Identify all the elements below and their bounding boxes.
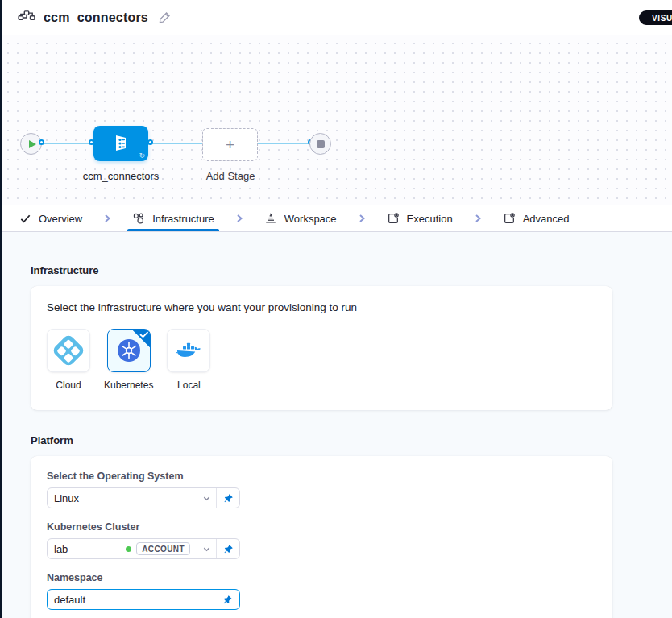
docker-icon [176, 340, 201, 361]
chevron-right-icon [357, 205, 367, 231]
connector-dot [89, 139, 94, 145]
infra-option-kubernetes[interactable]: Kubernetes [104, 329, 153, 391]
os-select[interactable]: Linux [47, 487, 240, 508]
infrastructure-options: Cloud [47, 329, 596, 391]
tab-label: Execution [407, 213, 453, 225]
namespace-fixed-value-pin-button[interactable] [216, 590, 239, 609]
chevron-right-icon [234, 205, 244, 231]
local-option-box[interactable] [167, 329, 210, 372]
visual-yaml-toggle[interactable]: VISUAL [639, 10, 672, 25]
selected-check-icon [132, 330, 150, 347]
check-icon [19, 213, 31, 225]
stage-name-label: ccm_connectors [73, 170, 169, 182]
connector-dot [39, 139, 44, 145]
pipeline-canvas[interactable]: ↻ + ccm_connectors Add Stage [0, 35, 672, 205]
tab-label: Workspace [284, 213, 337, 225]
infra-option-local[interactable]: Local [167, 329, 210, 391]
pin-icon [222, 595, 233, 605]
add-stage-button[interactable]: + [202, 128, 258, 161]
infrastructure-section-heading: Infrastructure [31, 264, 672, 276]
infra-option-cloud[interactable]: Cloud [47, 329, 90, 391]
chevron-right-icon [102, 205, 112, 231]
pipeline-header: ccm_connectors VISUAL [0, 0, 672, 35]
tab-overview[interactable]: Overview [18, 205, 84, 231]
cluster-select[interactable]: lab ACCOUNT [47, 538, 240, 559]
stage-node-ccm-connectors[interactable]: ↻ [93, 126, 148, 161]
tab-label: Overview [39, 213, 82, 225]
stage-status-icon: ↻ [139, 152, 145, 160]
cluster-field-group: Kubernetes Cluster lab ACCOUNT [47, 521, 596, 559]
infrastructure-card: Select the infrastructure where you want… [31, 286, 612, 410]
chevron-down-icon[interactable] [197, 539, 216, 558]
platform-section-heading: Platform [31, 434, 672, 446]
tab-advanced[interactable]: Advanced [501, 205, 571, 231]
stage-config-tabbar: Overview Infrastructure Workspace [0, 205, 672, 232]
advanced-icon [503, 212, 516, 225]
connector-dot [147, 139, 153, 145]
pipeline-end-node[interactable] [309, 133, 331, 155]
stop-icon [317, 140, 325, 148]
cluster-select-value: lab [54, 543, 121, 555]
tab-infrastructure[interactable]: Infrastructure [131, 205, 216, 231]
cloud-option-box[interactable] [47, 329, 90, 372]
chevron-down-icon[interactable] [197, 488, 216, 508]
option-label: Kubernetes [104, 380, 153, 391]
kubernetes-option-box[interactable] [107, 329, 151, 372]
tab-execution[interactable]: Execution [385, 205, 454, 231]
workspace-icon [264, 212, 277, 225]
os-select-value: Linux [54, 492, 79, 504]
pin-icon [223, 493, 234, 504]
edit-pipeline-name-button[interactable] [158, 10, 172, 25]
pin-icon [223, 544, 234, 554]
os-fixed-value-pin-button[interactable] [216, 488, 239, 508]
option-label: Cloud [56, 380, 81, 391]
namespace-field-label: Namespace [47, 572, 596, 583]
namespace-input[interactable]: default [47, 589, 240, 610]
plus-icon: + [226, 136, 234, 154]
namespace-field-group: Namespace default [47, 572, 596, 610]
cluster-field-label: Kubernetes Cluster [47, 521, 596, 533]
pipeline-icon [18, 10, 35, 25]
os-field-group: Select the Operating System Linux [47, 471, 596, 508]
infrastructure-icon [132, 212, 145, 225]
window-left-edge [0, 0, 2, 618]
add-stage-label[interactable]: Add Stage [190, 170, 271, 182]
infrastructure-prompt: Select the infrastructure where you want… [47, 301, 596, 313]
tab-label: Infrastructure [152, 213, 214, 225]
tab-label: Advanced [523, 213, 570, 225]
page-title: ccm_connectors [44, 10, 148, 25]
tab-workspace[interactable]: Workspace [263, 205, 338, 231]
pipeline-edge-line [31, 143, 314, 144]
play-icon [29, 140, 36, 148]
namespace-input-value: default [54, 594, 85, 606]
cluster-fixed-value-pin-button[interactable] [216, 539, 239, 558]
execution-icon [387, 212, 400, 225]
cloud-icon [52, 334, 85, 367]
platform-card: Select the Operating System Linux Kubern… [31, 456, 612, 618]
connectivity-status-dot [126, 546, 131, 552]
os-field-label: Select the Operating System [47, 471, 596, 482]
chevron-right-icon [473, 205, 483, 231]
infrastructure-tab-content: Infrastructure Select the infrastructure… [0, 232, 672, 618]
infrastructure-stage-icon [110, 133, 131, 154]
option-label: Local [177, 380, 201, 391]
scope-badge: ACCOUNT [136, 542, 190, 555]
